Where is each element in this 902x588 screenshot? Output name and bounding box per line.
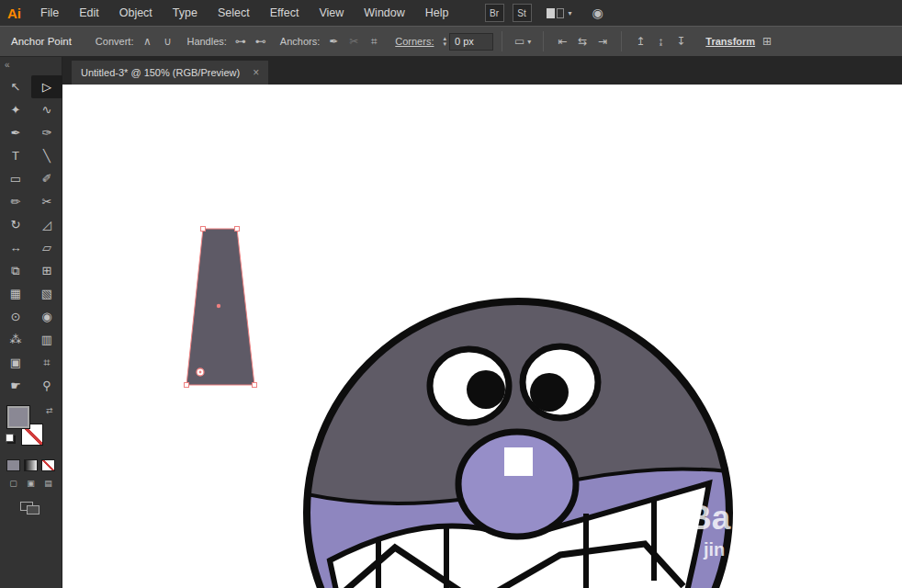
tool-grid: ↖▷✦∿✒✑T╲▭✐✏✂↻◿↔▱⧉⊞▦▧⊙◉⁂▥▣⌗☛⚲ <box>0 75 62 397</box>
artboard-canvas[interactable] <box>62 85 902 588</box>
zoom-tool[interactable]: ⚲ <box>31 374 62 397</box>
artboard-tool[interactable]: ▣ <box>0 351 31 374</box>
pen-tool[interactable]: ✒ <box>0 121 31 144</box>
color-button[interactable] <box>6 459 20 471</box>
mesh-tool[interactable]: ▦ <box>0 282 31 305</box>
menu-window[interactable]: Window <box>354 0 414 26</box>
show-handles-button[interactable]: ⊷ <box>251 32 271 51</box>
document-title: Untitled-3* @ 150% (RGB/Preview) <box>81 67 240 78</box>
magic-wand-tool[interactable]: ✦ <box>0 98 31 121</box>
width-tool[interactable]: ↔ <box>0 236 31 259</box>
remove-anchor-button[interactable]: ⌗ <box>364 32 384 51</box>
draw-behind-button[interactable]: ▣ <box>24 477 38 489</box>
shape-properties-button[interactable]: ▭ ▾ <box>514 35 531 48</box>
align-left-button[interactable]: ⇤ <box>552 32 572 51</box>
chevron-down-icon: ▾ <box>527 38 531 46</box>
type-tool[interactable]: T <box>0 144 31 167</box>
collapse-panel-button[interactable]: « <box>5 60 10 70</box>
sync-icon[interactable]: ◉ <box>592 6 603 20</box>
align-middle-button[interactable]: ↨ <box>650 32 671 51</box>
perspective-grid-tool[interactable]: ⊞ <box>31 259 62 282</box>
scale-tool[interactable]: ◿ <box>31 213 62 236</box>
horizontal-align-buttons: ⇤⇆⇥ <box>552 32 613 51</box>
change-screen-mode-button[interactable] <box>20 502 42 516</box>
tools-panel-header: « <box>0 57 62 75</box>
column-graph-tool[interactable]: ▥ <box>31 328 62 351</box>
transform-link[interactable]: Transform <box>705 36 755 47</box>
menu-help[interactable]: Help <box>415 0 459 26</box>
connect-anchors-button[interactable]: ✒ <box>323 32 344 51</box>
anchor-handle[interactable] <box>185 383 189 388</box>
menu-select[interactable]: Select <box>208 0 260 26</box>
close-tab-icon[interactable]: × <box>253 66 259 79</box>
hand-tool[interactable]: ☛ <box>0 374 31 397</box>
drawing-modes-row: ▢▣▤ <box>0 477 62 489</box>
watermark: Ba jin <box>687 501 730 559</box>
divider <box>543 31 544 51</box>
anchor-handle[interactable] <box>201 227 206 232</box>
anchor-handle[interactable] <box>253 383 257 388</box>
corners-input[interactable] <box>449 33 493 51</box>
document-tab[interactable]: Untitled-3* @ 150% (RGB/Preview) × <box>72 61 268 85</box>
cut-path-button[interactable]: ✂ <box>344 32 364 51</box>
handles-label: Handles: <box>186 36 226 47</box>
free-transform-tool[interactable]: ▱ <box>31 236 62 259</box>
menu-effect[interactable]: Effect <box>260 0 310 26</box>
swap-fill-stroke-icon[interactable]: ⇄ <box>46 406 53 415</box>
draw-normal-button[interactable]: ▢ <box>6 477 20 489</box>
app-logo: Ai <box>0 6 30 21</box>
scissors-tool[interactable]: ✂ <box>31 190 62 213</box>
menu-edit[interactable]: Edit <box>69 0 109 26</box>
gradient-button[interactable] <box>24 459 38 471</box>
convert-to-smooth-button[interactable]: ∪ <box>157 32 177 51</box>
workspace-switcher-button[interactable]: ▾ <box>547 7 572 19</box>
character-artwork[interactable] <box>299 301 739 588</box>
watermark-line2: jin <box>704 540 730 559</box>
menu-object[interactable]: Object <box>109 0 163 26</box>
canvas-area[interactable]: Ba jin <box>62 85 902 588</box>
stock-button[interactable]: St <box>513 4 532 22</box>
rectangle-tool[interactable]: ▭ <box>0 167 31 190</box>
eyedropper-tool[interactable]: ⊙ <box>0 305 31 328</box>
fill-swatch[interactable] <box>7 406 29 428</box>
lasso-tool[interactable]: ∿ <box>31 98 62 121</box>
pencil-tool[interactable]: ✏ <box>0 190 31 213</box>
slice-tool[interactable]: ⌗ <box>31 351 62 374</box>
transform-options-button[interactable]: ⊞ <box>757 32 777 51</box>
context-label: Anchor Point <box>11 36 72 47</box>
menu-type[interactable]: Type <box>163 0 208 26</box>
align-center-button[interactable]: ⇆ <box>572 32 592 51</box>
line-segment-tool[interactable]: ╲ <box>31 144 62 167</box>
align-bottom-button[interactable]: ↧ <box>671 32 691 51</box>
tools-panel: « ↖▷✦∿✒✑T╲▭✐✏✂↻◿↔▱⧉⊞▦▧⊙◉⁂▥▣⌗☛⚲ ⇄ ▢▣▤ <box>0 57 62 588</box>
hide-handles-button[interactable]: ⊶ <box>231 32 251 51</box>
blend-tool[interactable]: ◉ <box>31 305 62 328</box>
none-button[interactable] <box>41 459 55 471</box>
draw-inside-button[interactable]: ▤ <box>41 477 55 489</box>
handles-buttons: ⊶⊷ <box>231 32 271 51</box>
shape-icon: ▭ <box>514 35 524 48</box>
menu-view[interactable]: View <box>309 0 354 26</box>
chevron-down-icon: ▾ <box>569 9 572 17</box>
control-bar: Anchor Point Convert: ∧∪ Handles: ⊶⊷ Anc… <box>0 26 902 57</box>
corners-link[interactable]: Corners: <box>395 36 434 47</box>
symbol-sprayer-tool[interactable]: ⁂ <box>0 328 31 351</box>
bridge-button[interactable]: Br <box>485 4 504 22</box>
align-right-button[interactable]: ⇥ <box>592 32 613 51</box>
convert-to-corner-button[interactable]: ∧ <box>137 32 157 51</box>
gradient-tool[interactable]: ▧ <box>31 282 62 305</box>
shape-builder-tool[interactable]: ⧉ <box>0 259 31 282</box>
align-top-button[interactable]: ↥ <box>630 32 650 51</box>
selected-trapezoid-shape[interactable] <box>185 227 257 388</box>
rotate-tool[interactable]: ↻ <box>0 213 31 236</box>
stepper-down-icon[interactable]: ▾ <box>443 41 446 47</box>
direct-selection-tool[interactable]: ▷ <box>31 75 62 98</box>
menu-file[interactable]: File <box>30 0 69 26</box>
anchor-handle[interactable] <box>235 227 240 232</box>
corners-stepper[interactable]: ▴ ▾ <box>443 36 446 47</box>
default-fill-stroke-icon[interactable] <box>6 434 14 442</box>
curvature-tool[interactable]: ✑ <box>31 121 62 144</box>
selection-tool[interactable]: ↖ <box>0 75 31 98</box>
right-pupil <box>530 373 569 412</box>
paintbrush-tool[interactable]: ✐ <box>31 167 62 190</box>
